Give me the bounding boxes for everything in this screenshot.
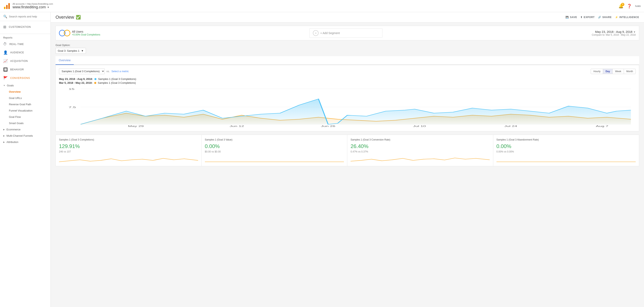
sidebar-item-goal-urls[interactable]: Goal URLs <box>0 95 50 101</box>
legend-dot-orange <box>94 82 96 84</box>
attribution-group-header[interactable]: ▶ Attribution <box>0 139 50 145</box>
export-label: EXPORT <box>584 16 595 19</box>
sidebar-item-realtime[interactable]: ⏱ REAL-TIME <box>0 40 50 48</box>
sidebar-item-acquisition[interactable]: 📈 ACQUISITION <box>0 57 50 65</box>
goal-urls-label: Goal URLs <box>9 97 22 100</box>
notifications-button[interactable]: 🔔 3 <box>618 4 624 9</box>
realtime-label: REAL-TIME <box>10 43 24 46</box>
metric-compare-value: $0.00 vs $0.00 <box>205 150 344 153</box>
legend-metric-primary: Samples 1 (Goal 3 Completions) <box>98 78 136 81</box>
multichannel-group-header[interactable]: ▶ Multi-Channel Funnels <box>0 133 50 139</box>
add-segment-button[interactable]: + + Add Segment <box>310 28 382 38</box>
page-title: Overview ✅ <box>56 15 81 20</box>
goals-group-header[interactable]: ▼ Goals <box>0 82 50 89</box>
goal-select[interactable]: Goal 3: Samples 1 ▼ <box>56 48 86 54</box>
sidebar-item-overview[interactable]: Overview <box>0 89 50 95</box>
search-input[interactable] <box>9 15 47 18</box>
sidebar-item-audience[interactable]: 👤 AUDIENCE <box>0 48 50 57</box>
metric-select-dropdown[interactable]: Samples 1 (Goal 3 Completions) <box>59 68 105 74</box>
all-users-segment: All Users +0.00% Goal Completions <box>59 30 100 36</box>
metric-value-abandonment-rate: 0.00% <box>496 143 636 149</box>
content-area: Overview ✅ 💾 SAVE ⬆ EXPORT 🔗 SHARE ⚡ <box>51 12 644 307</box>
metric-title-completions: Samples 1 (Goal 3 Completions) <box>59 138 198 142</box>
site-name[interactable]: www.firstediting.com ▼ <box>12 5 53 9</box>
intelligence-button[interactable]: ⚡ INTELLIGENCE <box>615 16 639 19</box>
legend-date-compare: Mar 5, 2018 - May 22, 2018: <box>59 81 92 84</box>
select-metric-link[interactable]: Select a metric <box>112 70 129 73</box>
site-dropdown-icon[interactable]: ▼ <box>47 6 50 9</box>
metric-card-completions: Samples 1 (Goal 3 Completions) 129.91% 2… <box>56 135 202 166</box>
segment-stat: +0.00% Goal Completions <box>72 33 100 36</box>
behavior-label: BEHAVIOR <box>10 68 24 71</box>
segments-row: All Users +0.00% Goal Completions + + Ad… <box>56 26 639 40</box>
time-btn-hourly[interactable]: Hourly <box>591 69 603 74</box>
legend-item-primary: May 23, 2018 - Aug 9, 2018: Samples 1 (G… <box>59 78 636 81</box>
time-btn-week[interactable]: Week <box>612 69 624 74</box>
add-segment-circle-icon: + <box>313 30 318 36</box>
multichannel-label: Multi-Channel Funnels <box>6 134 33 137</box>
goal-option-row: Goal Option: Goal 3: Samples 1 ▼ <box>56 44 639 54</box>
export-button[interactable]: ⬆ EXPORT <box>580 16 595 19</box>
customization-icon: ⊞ <box>3 25 6 29</box>
sidebar: 🔍 ⊞ CUSTOMIZATION Reports ⏱ REAL-TIME 👤 … <box>0 12 51 307</box>
save-label: SAVE <box>570 16 577 19</box>
acquisition-label: ACQUISITION <box>10 60 28 63</box>
metric-value-completions: 129.91% <box>59 143 198 149</box>
mini-chart-conversion-rate <box>350 155 490 163</box>
svg-rect-2 <box>8 3 10 9</box>
metric-title-value: Samples 1 (Goal 3 Value) <box>205 138 344 142</box>
save-icon: 💾 <box>566 16 569 19</box>
intelligence-icon: ⚡ <box>615 16 618 19</box>
sidebar-item-behavior[interactable]: 🔲 BEHAVIOR <box>0 65 50 74</box>
segment-circle-inner <box>64 30 70 36</box>
goal-select-text: Goal 3: Samples 1 <box>58 49 80 52</box>
svg-text:Jun 12: Jun 12 <box>230 125 244 127</box>
topbar-right: 🔔 3 ❓ Ivato <box>618 4 641 9</box>
date-range-dropdown[interactable]: ▼ <box>633 31 636 34</box>
time-btn-day[interactable]: Day <box>603 69 612 74</box>
user-menu-button[interactable]: Ivato <box>635 5 641 8</box>
overview-sub-label: Overview <box>9 90 21 93</box>
realtime-icon: ⏱ <box>3 42 7 46</box>
date-range-main[interactable]: May 23, 2018 - Aug 9, 2018 ▼ <box>592 30 636 34</box>
ecommerce-group-header[interactable]: ▶ Ecommerce <box>0 126 50 133</box>
sidebar-item-reverse-goal-path[interactable]: Reverse Goal Path <box>0 101 50 108</box>
page-title-text: Overview <box>56 15 74 20</box>
sidebar-item-conversions[interactable]: 🚩 CONVERSIONS <box>0 74 50 82</box>
main-chart: 15 7.5 <box>59 87 636 127</box>
svg-text:Jul 10: Jul 10 <box>413 125 426 127</box>
ga-logo-icon <box>3 3 10 10</box>
chart-svg-wrapper: 15 7.5 <box>59 87 636 128</box>
metrics-grid: Samples 1 (Goal 3 Completions) 129.91% 2… <box>56 135 639 166</box>
sidebar-item-goal-flow[interactable]: Goal Flow <box>0 114 50 120</box>
help-button[interactable]: ❓ <box>627 4 632 9</box>
sidebar-item-smart-goals[interactable]: Smart Goals <box>0 120 50 126</box>
time-btn-month[interactable]: Month <box>624 69 636 74</box>
chart-container: Samples 1 (Goal 3 Completions) vs. Selec… <box>56 65 639 131</box>
content-body: All Users +0.00% Goal Completions + + Ad… <box>51 23 644 170</box>
audience-icon: 👤 <box>3 50 8 55</box>
svg-text:Jul 24: Jul 24 <box>504 125 517 127</box>
goal-select-arrow-icon: ▼ <box>81 49 84 52</box>
date-range-main-text: May 23, 2018 - Aug 9, 2018 <box>595 30 632 34</box>
legend-dot-blue <box>94 78 96 80</box>
reports-section-label: Reports <box>0 35 50 40</box>
main-layout: 🔍 ⊞ CUSTOMIZATION Reports ⏱ REAL-TIME 👤 … <box>0 12 644 307</box>
search-icon: 🔍 <box>3 15 7 19</box>
sidebar-item-customization[interactable]: ⊞ CUSTOMIZATION <box>0 23 50 31</box>
intelligence-label: INTELLIGENCE <box>619 16 639 19</box>
metric-title-abandonment-rate: Samples 1 (Goal 3 Abandonment Rate) <box>496 138 636 142</box>
sidebar-search-area[interactable]: 🔍 <box>0 12 50 21</box>
share-button[interactable]: 🔗 SHARE <box>598 16 612 19</box>
sidebar-item-funnel-visualization[interactable]: Funnel Visualization <box>0 108 50 114</box>
vs-label: vs. <box>106 70 110 73</box>
metric-value-value: 0.00% <box>205 143 344 149</box>
smart-goals-label: Smart Goals <box>9 122 24 125</box>
compare-prefix: Compare to: <box>592 34 605 36</box>
save-button[interactable]: 💾 SAVE <box>566 16 577 19</box>
attribution-chevron-icon: ▶ <box>3 141 5 143</box>
header-actions: 💾 SAVE ⬆ EXPORT 🔗 SHARE ⚡ INTELLIGENCE <box>566 16 639 19</box>
tab-overview[interactable]: Overview <box>56 56 74 65</box>
legend-item-compare: Mar 5, 2018 - May 22, 2018: Samples 1 (G… <box>59 81 636 84</box>
svg-text:Jun 26: Jun 26 <box>321 125 335 127</box>
